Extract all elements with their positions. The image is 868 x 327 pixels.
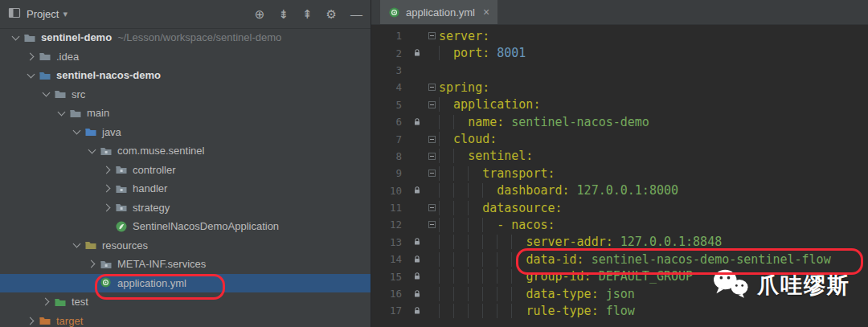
line-number: 3 [371, 64, 410, 76]
tree-item-label: controller [133, 164, 175, 176]
expand-all-icon[interactable]: ⇟ [278, 8, 289, 20]
project-tree: sentinel-demo~/Lesson/workspace/sentinel… [0, 28, 371, 327]
spring-property-gutter-icon [410, 255, 424, 264]
folder-icon [39, 50, 51, 63]
fold-marker-icon[interactable] [424, 32, 439, 39]
chevron-down-icon[interactable] [8, 36, 23, 39]
chevron-right-icon[interactable] [23, 54, 39, 59]
code-text: group-id: DEFAULT_GROUP [439, 269, 693, 284]
locate-file-icon[interactable]: ⊕ [255, 8, 265, 20]
code-line-11: 11 datasource: [371, 199, 868, 216]
test-folder-icon [54, 296, 67, 309]
fold-marker-icon[interactable] [424, 221, 439, 228]
code-line-12: 12 - nacos: [371, 216, 868, 233]
chevron-right-icon[interactable] [100, 186, 115, 191]
boot-class-icon [115, 220, 128, 233]
chevron-right-icon[interactable] [39, 299, 54, 305]
line-number: 7 [371, 133, 410, 145]
resources-folder-icon [84, 239, 97, 251]
project-panel: Project ▾ ⊕⇟⇞⚙— sentinel-demo~/Lesson/wo… [0, 0, 371, 327]
chevron-down-icon[interactable] [54, 112, 69, 115]
tab-close-icon[interactable]: × [483, 6, 489, 18]
line-number: 1 [371, 30, 410, 42]
fold-marker-icon[interactable] [424, 153, 439, 160]
code-text: server: [439, 29, 489, 43]
tree-item-meta-inf-services[interactable]: META-INF.services [0, 255, 371, 274]
collapse-all-icon[interactable]: ⇞ [302, 8, 313, 20]
code-text: server-addr: 127.0.0.1:8848 [439, 235, 722, 249]
tree-item-com-muse-sentinel[interactable]: com.muse.sentinel [0, 141, 371, 161]
code-line-3: 3 [371, 62, 868, 79]
line-number: 11 [371, 202, 410, 214]
code-text: rule-type: flow [439, 304, 635, 318]
tree-item-application-yml[interactable]: application.yml [0, 274, 371, 293]
chevron-down-icon[interactable] [39, 92, 54, 96]
chevron-down-icon[interactable]: ▾ [63, 9, 68, 19]
settings-gear-icon[interactable]: ⚙ [326, 8, 337, 20]
tree-item-controller[interactable]: controller [0, 161, 371, 180]
line-number: 2 [371, 47, 410, 59]
chevron-right-icon[interactable] [100, 205, 115, 211]
chevron-down-icon[interactable] [84, 149, 100, 153]
tree-item-strategy[interactable]: strategy [0, 198, 371, 218]
watermark-text: 爪哇缪斯 [757, 271, 850, 300]
code-line-13: 13 server-addr: 127.0.0.1:8848 [371, 234, 868, 251]
line-number: 12 [371, 219, 410, 231]
project-folder-icon [23, 31, 36, 44]
line-number: 13 [371, 236, 410, 248]
tree-item-resources[interactable]: resources [0, 236, 371, 255]
tree-item-idea[interactable]: .idea [0, 47, 371, 67]
tree-item-sentinel-demo[interactable]: sentinel-demo~/Lesson/workspace/sentinel… [0, 28, 371, 47]
chevron-down-icon[interactable] [69, 130, 84, 133]
fold-marker-icon[interactable] [424, 101, 439, 108]
package-icon [115, 182, 128, 195]
editor-tab-bar: application.yml × [371, 0, 868, 25]
code-text: spring: [439, 80, 489, 95]
tree-item-src[interactable]: src [0, 85, 371, 104]
chevron-down-icon[interactable] [69, 243, 84, 247]
yaml-file-icon [100, 276, 113, 289]
chevron-right-icon[interactable] [23, 318, 39, 324]
tree-item-test[interactable]: test [0, 292, 371, 312]
tree-item-sentinelnacosdemoapplication[interactable]: SentinelNacosDemoApplication [0, 217, 371, 236]
fold-marker-icon[interactable] [424, 170, 439, 177]
tree-item-label: sentinel-demo [41, 31, 112, 43]
tree-item-label: resources [102, 239, 148, 251]
fold-marker-icon[interactable] [424, 136, 439, 143]
tab-application-yml[interactable]: application.yml × [380, 0, 497, 24]
tree-item-handler[interactable]: handler [0, 179, 371, 198]
hide-panel-icon[interactable]: — [350, 8, 362, 20]
tree-item-label: target [56, 315, 83, 327]
tree-item-label: application.yml [117, 277, 186, 289]
package-icon [100, 258, 113, 271]
code-line-5: 5 application: [371, 96, 868, 113]
tree-item-label: test [72, 296, 88, 308]
tree-item-target[interactable]: target [0, 312, 371, 327]
project-panel-title[interactable]: Project [27, 8, 59, 20]
chevron-right-icon[interactable] [84, 261, 100, 267]
spring-property-gutter-icon [410, 186, 424, 195]
project-tool-window-icon[interactable] [8, 6, 21, 22]
editor-panel: application.yml × 1server:2 port: 800134… [371, 0, 868, 327]
line-number: 4 [371, 81, 410, 93]
fold-marker-icon[interactable] [424, 84, 439, 91]
code-line-4: 4spring: [371, 79, 868, 96]
fold-marker-icon[interactable] [424, 204, 439, 211]
tree-item-label: java [102, 126, 121, 138]
chevron-down-icon[interactable] [23, 74, 39, 77]
tree-item-sentinel-nacos-demo[interactable]: sentinel-nacos-demo [0, 66, 371, 85]
line-number: 9 [371, 167, 410, 179]
tree-item-label: sentinel-nacos-demo [56, 69, 161, 81]
chevron-right-icon[interactable] [100, 167, 115, 173]
tree-item-label: com.muse.sentinel [117, 145, 204, 157]
package-icon [115, 163, 128, 176]
line-number: 10 [371, 185, 410, 197]
line-number: 17 [371, 305, 410, 317]
code-line-7: 7 cloud: [371, 130, 868, 147]
line-number: 14 [371, 253, 410, 265]
yaml-file-icon [388, 6, 400, 18]
tree-item-main[interactable]: main [0, 104, 371, 123]
line-number: 16 [371, 288, 410, 300]
tree-item-label: src [72, 88, 85, 100]
tree-item-java[interactable]: java [0, 123, 371, 142]
